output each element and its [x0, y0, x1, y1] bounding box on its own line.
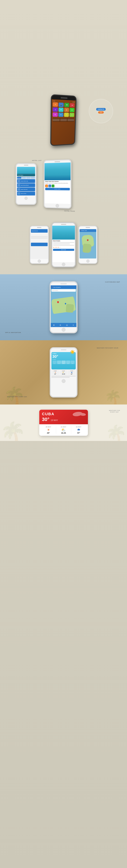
- time-display: 12:30: [53, 100, 55, 101]
- card-date: 19 MAY: [51, 419, 58, 422]
- hotel-page-home[interactable]: [56, 204, 59, 208]
- map-phone-speaker: [60, 283, 67, 284]
- hotel-item-4[interactable]: ★★★ La Perla: [17, 192, 35, 195]
- day1-icon: ☀: [52, 372, 59, 373]
- map-phone-home[interactable]: [62, 328, 65, 332]
- tab-city[interactable]: [26, 177, 31, 179]
- app-icon-0[interactable]: ☀: [53, 102, 58, 107]
- p2-home[interactable]: [62, 262, 65, 266]
- hotel-item-2[interactable]: ★★★ Havana Beach: [17, 183, 35, 187]
- weather-every-day-card: WEATHER FOREVERY DAY: [109, 410, 120, 413]
- weather-hour-annotation: WEATHER FOR EVERY HOUR: [97, 347, 118, 349]
- card-day-3: 22 MAY 🌧 22°: [71, 426, 86, 434]
- hotel-page-phone-wrapper: Hotel Vista Azul ★★★★ Beautiful resort o…: [44, 159, 71, 209]
- current-weather-icon: ☀️: [70, 350, 75, 354]
- app-icon-1[interactable]: 📷: [59, 102, 64, 107]
- hotel-name-4: ★★★ La Perla: [21, 193, 26, 194]
- three-phones-section: Appointments Hotel Details: [0, 215, 127, 274]
- card-day-1: 20 MAY ☀ 29°: [41, 426, 56, 434]
- map-phone: 📍 Cuba Navigation Search location... ⊕ ⊖…: [50, 281, 77, 333]
- hotel-feature-icons: 📶 🏊 ♨: [45, 185, 70, 187]
- hotel-item-3[interactable]: ★★★★ Vista Azul: [17, 187, 35, 191]
- app-icon-7[interactable]: ✉: [69, 108, 74, 112]
- weather-day-annotation: WEATHER FOR EVERY DAY: [7, 396, 27, 398]
- detail-bar-1: [52, 376, 76, 376]
- hotel-list-phone: Hotel Name ★★★★ Hotel Cuba ★★★ Havana Be…: [15, 163, 36, 205]
- p2-detail: Hotel Details ★ ★ ★ ★ ★ BOOK NOW: [52, 240, 75, 262]
- app-icon-5[interactable]: ⚑: [58, 107, 63, 112]
- map-ctrl-2[interactable]: ⊖: [60, 324, 61, 326]
- app-icon-11[interactable]: ≡: [69, 113, 74, 117]
- hotel-thumb-4: [18, 192, 20, 195]
- tab-all[interactable]: [17, 177, 21, 179]
- p3-home[interactable]: [86, 259, 90, 262]
- app-icon-2[interactable]: 🗺: [64, 103, 69, 107]
- p1-action-btn[interactable]: [31, 243, 47, 246]
- hotel-thumb-3: [18, 188, 20, 191]
- weather-day-3: 22 MAY 🌧 22°: [68, 370, 75, 375]
- weather-section: 🌴 🌴 CUBA 30° 19 MAY ☀️ 8 10 12 14 16: [0, 340, 127, 404]
- nav-btn-3[interactable]: [67, 119, 74, 121]
- phone-speaker-hotel: [24, 165, 28, 166]
- map-ctrl-4[interactable]: ≡: [73, 324, 74, 326]
- phone-2: Hotel Details ★ ★ ★ ★ ★ BOOK NOW: [52, 222, 76, 267]
- star-4: ★: [58, 247, 59, 248]
- bottom-nav: [53, 118, 74, 122]
- book-now-btn[interactable]: BOOK NOW: [45, 188, 70, 190]
- star-1: ★: [53, 247, 54, 248]
- hotel-page-speaker: [55, 161, 60, 162]
- app-icon-4[interactable]: ℹ: [53, 107, 58, 112]
- card-day1-label: 20 MAY: [41, 426, 56, 428]
- map-ctrl-3[interactable]: ◎: [66, 324, 68, 326]
- hotel-detail-screen: Hotel Vista Azul ★★★★ Beautiful resort o…: [44, 180, 70, 204]
- p2-photo: [52, 226, 75, 240]
- phone-2-wrapper: Hotel Details ★ ★ ★ ★ ★ BOOK NOW: [52, 222, 76, 267]
- map-location-text: 📍 Cuba Navigation: [52, 287, 61, 288]
- p3-screen: 📍 Havana, Cuba: [79, 229, 97, 259]
- star-5: ★: [59, 247, 60, 248]
- app-icon-10[interactable]: ✓: [64, 113, 69, 117]
- map-header: 📍 Havana, Cuba: [80, 229, 96, 232]
- p1-home[interactable]: [38, 259, 41, 262]
- hour-3: 12: [62, 361, 66, 364]
- app-icon-9[interactable]: ♥: [58, 113, 63, 117]
- p1-header: Appointments: [31, 229, 47, 232]
- tab-beach[interactable]: [22, 177, 26, 179]
- tab-resort[interactable]: [31, 177, 35, 179]
- hotel-phone-home[interactable]: [25, 197, 28, 200]
- card-day3-label: 22 MAY: [71, 426, 86, 428]
- weather-day-2: 21 MAY ⛅ 16-25: [60, 370, 67, 375]
- nav-btn-1[interactable]: [53, 119, 60, 121]
- weather-speaker: [61, 349, 66, 350]
- hotel-thumb-1: [18, 180, 20, 182]
- map-search-bar[interactable]: Search location...: [52, 289, 76, 292]
- hourly-forecast: 8 10 12 14 16: [53, 361, 75, 364]
- cuba-card: CUBA 30° 19 MAY 20 MAY ☀ 29° 21 MAY ⛅ 16…: [39, 410, 88, 436]
- p3-speaker: [86, 227, 90, 228]
- day3-temp: 22°: [68, 373, 75, 375]
- card-day1-temp: 29°: [41, 432, 56, 434]
- hotel-nav-tabs: [17, 177, 35, 179]
- p2-title: Hotel Details: [53, 240, 74, 242]
- p1-bar-4: [31, 238, 47, 239]
- hotel-list-screen: Hotel Name ★★★★ Hotel Cuba ★★★ Havana Be…: [17, 166, 36, 196]
- map-land-2: [83, 244, 92, 253]
- app-icon-3[interactable]: 🍽: [70, 103, 74, 107]
- cuba-map-silhouette: [72, 410, 86, 417]
- hour-2: 10: [57, 361, 61, 364]
- hour-1: 8: [53, 361, 57, 364]
- p2-book-btn[interactable]: BOOK NOW: [53, 249, 74, 251]
- contacts-popup-label: CONTACTS: [96, 108, 106, 111]
- p1-bar-6: [31, 241, 47, 242]
- feature-pool: 🏊: [49, 185, 51, 187]
- map-ctrl-1[interactable]: ⊕: [53, 324, 55, 326]
- nav-btn-2[interactable]: [60, 119, 67, 121]
- weather-phone-home[interactable]: [62, 379, 65, 383]
- feature-spa: ♨: [52, 185, 54, 187]
- p1-bar-3: [31, 236, 47, 238]
- card-day2-temp: 16-25: [56, 432, 71, 434]
- hotel-item-1[interactable]: ★★★★ Hotel Cuba: [17, 179, 35, 183]
- app-icon-8[interactable]: ⚙: [53, 113, 58, 117]
- app-icon-6[interactable]: ★: [64, 108, 69, 112]
- contacts-popup-circle: CONTACTS TIPS: [89, 99, 113, 123]
